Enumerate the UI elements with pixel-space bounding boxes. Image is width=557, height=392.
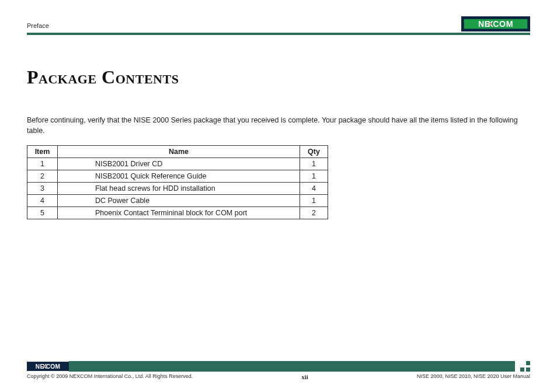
page-header: Preface NE COM X xyxy=(27,14,530,32)
cell-name: NISB2001 Driver CD xyxy=(58,158,300,170)
main-content: Package Contents Before continuing, veri… xyxy=(27,35,530,219)
cell-item: 5 xyxy=(27,207,58,219)
cell-qty: 1 xyxy=(300,158,328,170)
svg-point-4 xyxy=(489,23,491,25)
th-name: Name xyxy=(58,146,300,158)
cell-item: 1 xyxy=(27,158,58,170)
page-footer: NE COM X Copyright © 2009 NEXCOM Interna… xyxy=(27,361,530,380)
svg-text:NE COM: NE COM xyxy=(36,363,60,370)
cell-qty: 1 xyxy=(300,170,328,183)
table-row: 1 NISB2001 Driver CD 1 xyxy=(27,158,328,170)
cell-qty: 1 xyxy=(300,195,328,207)
intro-text: Before continuing, verify that the NISE … xyxy=(27,115,530,136)
section-label: Preface xyxy=(27,22,49,32)
cell-name: Phoenix Contact Termininal block for COM… xyxy=(58,207,300,219)
svg-point-8 xyxy=(44,366,45,367)
nexcom-logo-top: NE COM X xyxy=(461,16,530,32)
nexcom-logo-bottom: NE COM X xyxy=(27,361,69,372)
page-title: Package Contents xyxy=(27,66,530,88)
table-row: 2 NISB2001 Quick Reference Guide 1 xyxy=(27,170,328,183)
page-number: xii xyxy=(301,373,308,380)
svg-text:NE COM: NE COM xyxy=(478,19,513,29)
th-item: Item xyxy=(27,146,58,158)
cell-qty: 4 xyxy=(300,183,328,195)
cell-name: Flat head screws for HDD installation xyxy=(58,183,300,195)
table-row: 5 Phoenix Contact Termininal block for C… xyxy=(27,207,328,219)
table-header-row: Item Name Qty xyxy=(27,146,328,158)
cell-item: 4 xyxy=(27,195,58,207)
table-row: 3 Flat head screws for HDD installation … xyxy=(27,183,328,195)
cell-name: NISB2001 Quick Reference Guide xyxy=(58,170,300,183)
footer-banner: NE COM X xyxy=(27,361,530,372)
th-qty: Qty xyxy=(300,146,328,158)
cell-item: 3 xyxy=(27,183,58,195)
cell-qty: 2 xyxy=(300,207,328,219)
footer-line: Copyright © 2009 NEXCOM International Co… xyxy=(27,373,530,380)
manual-reference: NISE 2000, NISE 2010, NISE 2020 User Man… xyxy=(417,373,530,380)
package-contents-table: Item Name Qty 1 NISB2001 Driver CD 1 2 N… xyxy=(27,145,328,219)
cell-item: 2 xyxy=(27,170,58,183)
cell-name: DC Power Cable xyxy=(58,195,300,207)
decorative-squares-icon xyxy=(518,361,530,372)
table-row: 4 DC Power Cable 1 xyxy=(27,195,328,207)
copyright-text: Copyright © 2009 NEXCOM International Co… xyxy=(27,373,193,380)
